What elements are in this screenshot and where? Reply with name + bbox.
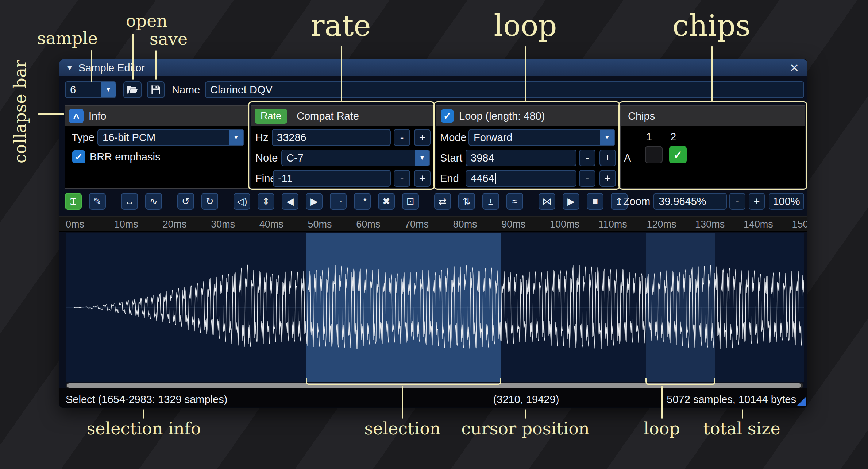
- crossfade-loop-button[interactable]: ⋈: [539, 193, 555, 210]
- annotation-chips-label: chips: [672, 9, 751, 43]
- close-button[interactable]: ×: [787, 59, 802, 76]
- reverse-button[interactable]: ⇄: [434, 193, 451, 210]
- window-title: Sample Editor: [78, 62, 145, 74]
- annotation-cursor-position-line: [525, 409, 526, 419]
- window-resize-grip[interactable]: [796, 397, 806, 406]
- info-panel: ^ Info Type 16-bit PCM ▼ ✓ BRR emphasis: [65, 105, 250, 189]
- resize-button[interactable]: ↔: [121, 193, 138, 210]
- annotation-chips-box: [618, 101, 807, 190]
- annotation-open-line: [132, 34, 134, 80]
- annotation-sample-label: sample: [37, 28, 98, 48]
- signed-unsigned-button[interactable]: ±: [482, 193, 499, 210]
- window-collapse-icon[interactable]: ▼: [66, 64, 73, 72]
- annotation-selection-line: [402, 386, 403, 419]
- sample-number-select[interactable]: 6 ▼: [65, 81, 116, 98]
- cursor-position-text: (3210, 19429): [493, 394, 559, 406]
- collapse-bar-button[interactable]: ^: [69, 109, 84, 123]
- toolbar-group: ↺↻: [177, 193, 218, 210]
- check-icon: ✓: [75, 151, 83, 163]
- close-icon: ×: [790, 59, 799, 77]
- type-select[interactable]: 16-bit PCM ▼: [97, 129, 244, 146]
- redo-button[interactable]: ↻: [201, 193, 218, 210]
- name-input[interactable]: Clarinet DQV: [205, 81, 804, 98]
- annotation-loop-bottom-line: [661, 386, 663, 419]
- title-bar[interactable]: ▼ Sample Editor: [59, 59, 807, 76]
- timeline-label: 40ms: [259, 219, 283, 230]
- zoom-label: Zoom: [623, 193, 650, 210]
- fade-out-button[interactable]: ▶: [306, 193, 323, 210]
- annotation-collapse-bar-line: [38, 113, 64, 115]
- annotation-selection-info-line: [143, 409, 144, 419]
- invert-button[interactable]: ⇅: [458, 193, 475, 210]
- insert-silence-button[interactable]: ‒·: [330, 193, 347, 210]
- waveform-canvas[interactable]: [66, 233, 804, 382]
- zoom-input[interactable]: 39.9645%: [653, 193, 727, 210]
- timeline-label: 0ms: [66, 219, 84, 230]
- amplify-button[interactable]: ◁): [234, 193, 250, 210]
- sample-select-arrow-icon[interactable]: ▼: [101, 82, 116, 97]
- annotation-collapse-bar-label: collapse bar: [10, 64, 30, 163]
- zoom-reset-button[interactable]: 100%: [769, 193, 804, 210]
- info-panel-title: Info: [89, 110, 106, 122]
- type-select-value: 16-bit PCM: [98, 132, 229, 144]
- chevron-up-icon: ^: [73, 112, 80, 124]
- normalize-button[interactable]: ⇕: [258, 193, 274, 210]
- timeline-label: 110ms: [598, 219, 627, 230]
- annotation-loop-bracket: [645, 378, 715, 385]
- annotation-loop-bottom-label: loop: [644, 419, 680, 438]
- open-button[interactable]: [123, 81, 142, 98]
- toolbar-group: ↔∿: [121, 193, 162, 210]
- annotation-chips-line: [711, 46, 713, 102]
- timeline-label: 10ms: [114, 219, 138, 230]
- timeline-label: 20ms: [162, 219, 186, 230]
- timeline-label: 120ms: [647, 219, 676, 230]
- apply-filter-button[interactable]: ≈: [506, 193, 523, 210]
- timeline-label: 50ms: [308, 219, 332, 230]
- timeline-label: 80ms: [453, 219, 477, 230]
- draw-tool-button[interactable]: ✎: [89, 193, 106, 210]
- toolbar-groups: Ɪ✎↔∿↺↻◁)⇕◀▶‒·‒*✖⊡⇄⇅±≈⋈▶■↥: [65, 193, 643, 210]
- zoom-in-button[interactable]: +: [749, 193, 765, 210]
- timeline-ruler[interactable]: 0ms10ms20ms30ms40ms50ms60ms70ms80ms90ms1…: [59, 216, 807, 232]
- fade-in-button[interactable]: ◀: [282, 193, 298, 210]
- zoom-out-button[interactable]: -: [729, 193, 745, 210]
- toolbar-group: ◁)⇕◀▶‒·‒*✖⊡: [234, 193, 419, 210]
- timeline-label: 30ms: [211, 219, 235, 230]
- timeline-label: 70ms: [405, 219, 429, 230]
- undo-button[interactable]: ↺: [177, 193, 194, 210]
- waveform-view[interactable]: [66, 233, 804, 382]
- annotation-sample-line: [91, 50, 92, 82]
- save-button[interactable]: [147, 81, 165, 98]
- apply-silence-button[interactable]: ‒*: [354, 193, 371, 210]
- select-tool-button[interactable]: Ɪ: [65, 193, 82, 210]
- save-floppy-icon: [151, 85, 161, 95]
- toolbar-group: ⇄⇅±≈: [434, 193, 523, 210]
- delete-button[interactable]: ✖: [378, 193, 395, 210]
- name-label: Name: [172, 81, 200, 98]
- timeline-label: 150ms: [792, 219, 808, 230]
- annotation-loop-box: [433, 101, 620, 190]
- annotation-rate-line: [341, 46, 342, 102]
- stop-preview-button[interactable]: ■: [587, 193, 603, 210]
- annotation-total-size-line: [742, 409, 743, 419]
- brr-emphasis-label: BRR emphasis: [90, 148, 160, 165]
- annotation-total-size-label: total size: [703, 419, 780, 438]
- timeline-label: 100ms: [550, 219, 579, 230]
- timeline-label: 90ms: [501, 219, 525, 230]
- annotation-loop-line: [525, 46, 526, 102]
- status-bar: Select (1654-2983: 1329 samples) (3210, …: [59, 388, 807, 407]
- annotation-open-label: open: [126, 11, 167, 31]
- selection-info-text: Select (1654-2983: 1329 samples): [66, 394, 227, 406]
- toolbar-group: ⋈▶■↥: [539, 193, 628, 210]
- type-select-arrow-icon[interactable]: ▼: [229, 130, 243, 145]
- annotation-selection-label: selection: [364, 419, 440, 438]
- annotation-cursor-position-label: cursor position: [461, 419, 589, 438]
- preview-button[interactable]: ▶: [563, 193, 579, 210]
- brr-emphasis-checkbox[interactable]: ✓: [72, 150, 85, 163]
- resample-button[interactable]: ∿: [145, 193, 162, 210]
- info-panel-header: ^ Info: [65, 106, 249, 126]
- trim-button[interactable]: ⊡: [402, 193, 419, 210]
- annotation-save-line: [155, 50, 157, 80]
- annotation-rate-label: rate: [310, 9, 371, 43]
- total-size-text: 5072 samples, 10144 bytes: [667, 394, 796, 406]
